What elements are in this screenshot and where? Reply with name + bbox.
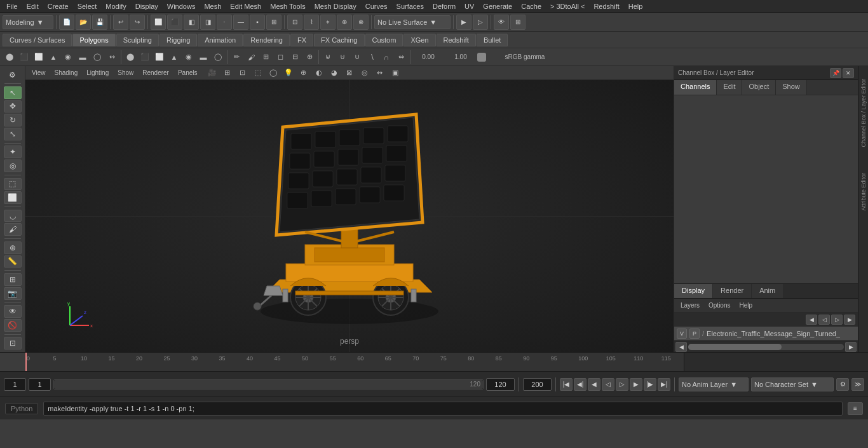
menu-deform[interactable]: Deform — [429, 1, 459, 11]
tab-display[interactable]: Display — [674, 284, 713, 298]
mode-dropdown[interactable]: Modeling ▼ — [3, 15, 53, 29]
layer-next2-btn[interactable]: ▷ — [831, 315, 843, 325]
snap-surface-btn[interactable]: ⊕ — [337, 15, 352, 30]
snap-tool[interactable]: ⊕ — [4, 241, 22, 254]
scroll-track[interactable] — [688, 344, 844, 350]
tab-rigging[interactable]: Rigging — [159, 34, 197, 46]
colorspace-dropdown[interactable]: sRGB gamma — [487, 50, 563, 64]
menu-windows[interactable]: Windows — [163, 1, 200, 11]
frame-input-current[interactable]: 1 — [29, 378, 51, 391]
rotate-tool[interactable]: ↻ — [4, 114, 22, 126]
vp-ao-btn[interactable]: ◕ — [327, 66, 341, 80]
tab-xgen[interactable]: XGen — [403, 34, 435, 46]
scale-tool[interactable]: ⤡ — [4, 128, 22, 140]
menu-create[interactable]: Create — [44, 1, 72, 11]
command-line-input[interactable] — [43, 402, 843, 416]
cylinder-btn[interactable]: ⬜ — [32, 50, 46, 64]
shading-menu[interactable]: Shading — [51, 69, 82, 77]
panel-close-btn[interactable]: ✕ — [843, 68, 854, 78]
curve-tool-btn[interactable]: ✏ — [229, 50, 243, 64]
tab-bullet[interactable]: Bullet — [477, 34, 508, 46]
next-key-btn[interactable]: |▶ — [644, 378, 656, 391]
tab-anim[interactable]: Anim — [752, 284, 783, 298]
script-editor-btn[interactable]: ≡ — [848, 402, 863, 415]
scale-field[interactable]: 1.00 — [445, 50, 477, 64]
play-back-btn[interactable]: ◁ — [602, 378, 614, 391]
tab-render[interactable]: Render — [713, 284, 752, 298]
separate-btn[interactable]: ⊍ — [336, 50, 349, 64]
snap-point-btn[interactable]: ⌖ — [320, 15, 336, 30]
layers-help[interactable]: Help — [735, 301, 756, 310]
menu-cache[interactable]: Cache — [517, 1, 545, 11]
lighting-menu[interactable]: Lighting — [83, 69, 112, 77]
tab-channels[interactable]: Channels — [674, 80, 717, 95]
show-menu[interactable]: Show — [114, 69, 137, 77]
extrude-btn[interactable]: ⊕ — [302, 50, 316, 64]
select-hierarchy-btn[interactable]: ⬛ — [167, 15, 182, 30]
menu-generate[interactable]: Generate — [479, 1, 516, 11]
menu-uv[interactable]: UV — [461, 1, 478, 11]
settings-tool[interactable]: ⚙ — [4, 69, 22, 81]
select-face-btn[interactable]: ▪ — [250, 15, 265, 30]
menu-mesh-tools[interactable]: Mesh Tools — [266, 1, 309, 11]
select-object-btn[interactable]: ◧ — [184, 15, 199, 30]
tab-redshift[interactable]: Redshift — [437, 34, 476, 46]
vp-hdr-btn[interactable]: ▣ — [388, 66, 402, 80]
layer-playback-btn[interactable]: P — [689, 329, 700, 339]
vp-grid-btn[interactable]: ⊞ — [220, 66, 234, 80]
tab-polygons[interactable]: Polygons — [72, 34, 115, 46]
marquee-tool[interactable]: ⬜ — [4, 191, 22, 204]
boolean-diff-btn[interactable]: ∖ — [365, 50, 379, 64]
menu-edit[interactable]: Edit — [23, 1, 43, 11]
layer-prev-btn[interactable]: ◀ — [806, 315, 817, 325]
hide-btn[interactable]: 🚫 — [4, 319, 22, 332]
redo-btn[interactable]: ↪ — [130, 15, 145, 30]
frame-max-input[interactable] — [523, 378, 552, 391]
vp-smooth-btn[interactable]: ◯ — [266, 66, 280, 80]
render-btn[interactable]: ▶ — [456, 15, 471, 30]
menu-surfaces[interactable]: Surfaces — [393, 1, 428, 11]
select-vertex-btn[interactable]: · — [217, 15, 232, 30]
menu-curves[interactable]: Curves — [362, 1, 391, 11]
layer-prev2-btn[interactable]: ◁ — [818, 315, 830, 325]
vp-shadow-btn[interactable]: ⊕ — [297, 66, 311, 80]
vp-dof-btn[interactable]: ◎ — [358, 66, 372, 80]
bevel-btn[interactable]: ◻ — [273, 50, 287, 64]
select-component-btn[interactable]: ◨ — [200, 15, 215, 30]
select-all-btn[interactable]: ⬜ — [151, 15, 166, 30]
step-fwd-btn[interactable]: ▶ — [630, 378, 642, 391]
layer-visibility-btn[interactable]: V — [677, 329, 687, 339]
tab-edit[interactable]: Edit — [717, 80, 742, 95]
tab-fx-caching[interactable]: FX Caching — [314, 34, 364, 46]
save-file-btn[interactable]: 💾 — [92, 15, 107, 30]
select-uv-btn[interactable]: ⊞ — [266, 15, 281, 30]
new-file-btn[interactable]: 📄 — [59, 15, 74, 30]
subdiv-cube-btn[interactable]: ⬛ — [138, 50, 152, 64]
measure-tool[interactable]: 📏 — [4, 255, 22, 268]
menu-edit-mesh[interactable]: Edit Mesh — [226, 1, 265, 11]
plane-btn[interactable]: ▬ — [76, 50, 90, 64]
tab-animation[interactable]: Animation — [198, 34, 243, 46]
subdiv-disk-btn[interactable]: ◯ — [211, 50, 225, 64]
show-render-btn[interactable]: 👁 — [494, 15, 509, 30]
snap-transform-btn[interactable]: ⊡ — [4, 337, 22, 350]
renderer-menu[interactable]: Renderer — [139, 69, 173, 77]
tab-curves-surfaces[interactable]: Curves / Surfaces — [3, 34, 72, 46]
select-tool[interactable]: ↖ — [4, 86, 22, 99]
show-all-btn[interactable]: 👁 — [4, 305, 22, 318]
select-edge-btn[interactable]: — — [233, 15, 248, 30]
helix-btn[interactable]: ↭ — [105, 50, 119, 64]
anim-layer-dropdown[interactable]: No Anim Layer ▼ — [679, 377, 749, 391]
disk-btn[interactable]: ◯ — [90, 50, 104, 64]
layer-next-btn[interactable]: ▶ — [844, 315, 855, 325]
char-set-dropdown[interactable]: No Character Set ▼ — [751, 377, 834, 391]
subdiv-plane-btn[interactable]: ▬ — [196, 50, 210, 64]
frame-input-left[interactable]: 1 — [4, 378, 26, 391]
panel-pin-btn[interactable]: 📌 — [830, 68, 841, 78]
menu-display[interactable]: Display — [132, 1, 162, 11]
menu-mesh-display[interactable]: Mesh Display — [311, 1, 360, 11]
step-back-btn[interactable]: ◀ — [588, 378, 600, 391]
boolean-union-btn[interactable]: ∪ — [350, 50, 364, 64]
show-hud-btn[interactable]: ⊞ — [510, 15, 526, 30]
menu-mesh[interactable]: Mesh — [200, 1, 225, 11]
